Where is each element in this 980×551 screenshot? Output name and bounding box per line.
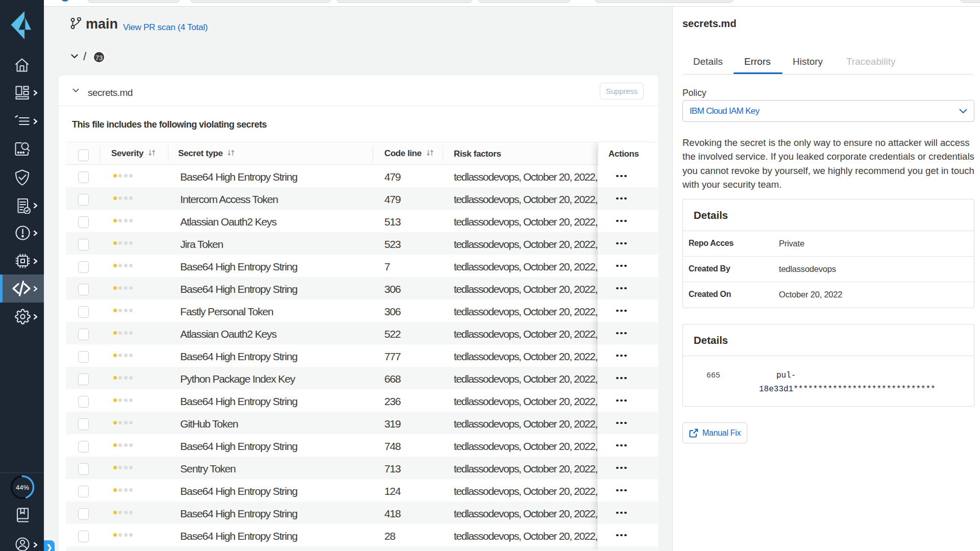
svg-text:44%: 44% (16, 484, 29, 491)
